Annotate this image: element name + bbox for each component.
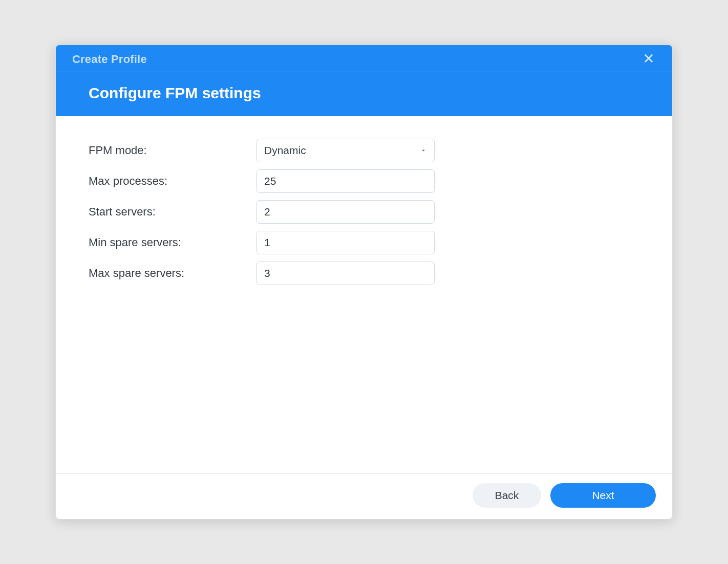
form-row-fpm-mode: FPM mode: Dynamic — [89, 139, 639, 162]
fpm-mode-label: FPM mode: — [89, 144, 256, 157]
modal-body: FPM mode: Dynamic Max processes: Start s… — [56, 116, 672, 473]
close-button[interactable] — [641, 52, 656, 67]
subtitle-bar: Configure FPM settings — [56, 72, 672, 116]
next-button[interactable]: Next — [550, 483, 656, 508]
back-button[interactable]: Back — [473, 483, 541, 508]
chevron-down-icon — [420, 147, 427, 154]
page-title: Configure FPM settings — [89, 84, 639, 102]
min-spare-servers-input[interactable] — [256, 231, 435, 254]
form-row-max-spare-servers: Max spare servers: — [89, 262, 639, 285]
close-icon — [643, 53, 654, 66]
create-profile-modal: Create Profile Configure FPM settings FP… — [55, 45, 673, 519]
min-spare-servers-label: Min spare servers: — [89, 236, 256, 249]
start-servers-label: Start servers: — [89, 205, 256, 219]
max-spare-servers-input[interactable] — [256, 262, 435, 285]
max-spare-servers-label: Max spare servers: — [89, 267, 256, 280]
modal-header: Create Profile Configure FPM settings — [56, 45, 672, 116]
form-row-min-spare-servers: Min spare servers: — [89, 231, 639, 254]
start-servers-input[interactable] — [256, 200, 435, 224]
window-title: Create Profile — [72, 53, 147, 66]
modal-footer: Back Next — [56, 473, 672, 519]
fpm-mode-select[interactable]: Dynamic — [256, 139, 435, 162]
title-bar: Create Profile — [56, 45, 672, 72]
form-row-start-servers: Start servers: — [89, 200, 639, 224]
max-processes-input[interactable] — [256, 169, 435, 193]
max-processes-label: Max processes: — [89, 175, 256, 188]
fpm-mode-value: Dynamic — [264, 144, 420, 157]
form-row-max-processes: Max processes: — [89, 169, 639, 193]
